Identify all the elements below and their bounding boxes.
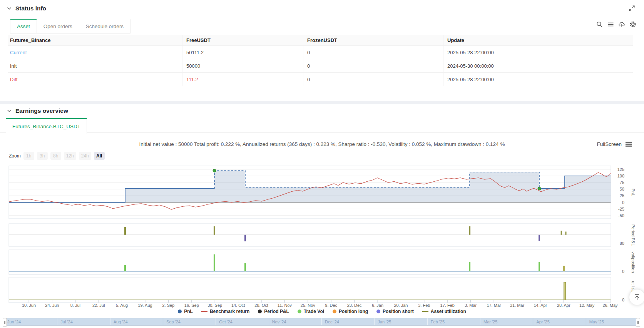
- circle-marker: [258, 310, 262, 313]
- gear-icon[interactable]: [629, 21, 636, 28]
- legend-label: Position short: [383, 309, 414, 314]
- cell-frozen-usdt: 0: [303, 59, 443, 72]
- zoom-label: Zoom: [9, 153, 21, 159]
- svg-text:31. Mar: 31. Mar: [510, 303, 525, 308]
- cell-update: 2024-05-30 00:00:00: [443, 59, 633, 72]
- circle-marker: [298, 310, 301, 313]
- tab-asset[interactable]: Asset: [10, 19, 37, 33]
- svg-text:5. Aug: 5. Aug: [116, 303, 128, 308]
- svg-text:-25: -25: [618, 207, 624, 211]
- search-icon[interactable]: [596, 21, 603, 28]
- legend-item-period-p-l[interactable]: Period P&L: [258, 309, 289, 314]
- chart-menu-icon[interactable]: [625, 141, 632, 147]
- legend-item-asset-utilization[interactable]: Asset utilization: [422, 309, 466, 314]
- section-divider: [0, 101, 644, 104]
- legend-item-pnl[interactable]: PnL: [178, 309, 193, 314]
- svg-text:0: 0: [622, 200, 624, 205]
- svg-text:30. Sep: 30. Sep: [207, 303, 222, 308]
- table-header-cell: Update: [443, 35, 633, 45]
- table-header-cell: Futures_Binance: [8, 35, 182, 45]
- svg-text:125: 125: [617, 167, 624, 172]
- chevron-down-icon[interactable]: [7, 109, 12, 112]
- navigator-left-handle[interactable]: [3, 318, 7, 326]
- svg-text:20. Jan: 20. Jan: [394, 303, 408, 308]
- svg-text:PnL: PnL: [631, 189, 636, 196]
- earnings-header: Earnings overview: [7, 107, 68, 114]
- tab-open-orders[interactable]: Open orders: [37, 19, 79, 33]
- zoom-button-1h[interactable]: 1h: [23, 152, 34, 160]
- zoom-button-all[interactable]: All: [94, 152, 105, 160]
- status-table: Futures_BinanceFreeUSDTFrozenUSDTUpdate …: [8, 35, 633, 86]
- navigator-right-handle[interactable]: [636, 318, 640, 326]
- cell-free-usdt: 50111.2: [182, 46, 303, 59]
- table-header-cell: FreeUSDT: [182, 35, 303, 45]
- cell-frozen-usdt: 0: [303, 46, 443, 59]
- status-tabs: AssetOpen ordersSchedule orders: [10, 19, 130, 33]
- svg-text:-80: -80: [618, 241, 624, 246]
- zoom-button-8h[interactable]: 8h: [50, 152, 61, 160]
- svg-text:17. Mar: 17. Mar: [487, 303, 501, 308]
- circle-marker: [333, 310, 336, 313]
- line-marker: [201, 311, 207, 312]
- chart-navigator[interactable]: Jun '24Jul '24Aug '24Sep '24Oct '24Nov '…: [4, 318, 639, 326]
- svg-text:23. Dec: 23. Dec: [347, 303, 362, 308]
- svg-text:6. Jan: 6. Jan: [372, 303, 383, 308]
- legend-label: Asset utilization: [431, 309, 466, 314]
- chevron-down-icon[interactable]: [7, 7, 12, 10]
- row-label: Diff: [8, 73, 182, 86]
- cell-free-usdt: 111.2: [182, 73, 303, 86]
- row-label: Init: [8, 59, 182, 72]
- table-row: Diff111.202025-05-28 22:00:00: [8, 73, 633, 86]
- cell-frozen-usdt: 0: [303, 73, 443, 86]
- svg-text:24. Jun: 24. Jun: [45, 303, 59, 308]
- row-link-current[interactable]: Current: [8, 46, 182, 59]
- earnings-summary: Initial net value : 50000 Total profit: …: [0, 141, 644, 147]
- zoom-button-12h[interactable]: 12h: [64, 152, 76, 160]
- svg-text:0: 0: [622, 269, 624, 274]
- tabline: [0, 132, 644, 133]
- svg-text:26. May: 26. May: [602, 303, 618, 308]
- navigator-month-label: May '25: [586, 318, 639, 325]
- navigator-month-label: Sep '24: [163, 318, 216, 325]
- svg-text:-50: -50: [618, 213, 624, 218]
- svg-text:9. Dec: 9. Dec: [325, 303, 337, 308]
- tab-schedule-orders[interactable]: Schedule orders: [79, 19, 130, 33]
- line-marker: [422, 311, 428, 312]
- expand-icon[interactable]: [628, 5, 635, 12]
- navigator-month-label: Jun '24: [4, 318, 57, 325]
- section-title-earnings: Earnings overview: [15, 107, 68, 114]
- fullscreen-button[interactable]: FullScreen: [597, 141, 622, 147]
- navigator-month-label: Mar '25: [480, 318, 533, 325]
- legend-item-position-short[interactable]: Position short: [376, 309, 414, 314]
- status-info-card: Status info AssetOpen ordersSchedule ord…: [0, 0, 644, 101]
- legend-item-position-long[interactable]: Position long: [333, 309, 368, 314]
- svg-text:12. May: 12. May: [579, 303, 595, 308]
- legend-label: Trade Vol: [304, 309, 324, 314]
- svg-text:25. Nov: 25. Nov: [301, 303, 315, 308]
- svg-text:2. Sep: 2. Sep: [162, 303, 175, 308]
- scroll-to-top-button[interactable]: [629, 290, 644, 305]
- tab-futures-binance-btc-usdt[interactable]: Futures_Binance.BTC_USDT: [6, 118, 87, 134]
- zoom-button-3h[interactable]: 3h: [37, 152, 48, 160]
- zoom-button-24h[interactable]: 24h: [79, 152, 91, 160]
- legend-item-trade-vol[interactable]: Trade Vol: [298, 309, 324, 314]
- circle-marker: [376, 310, 380, 313]
- earnings-chart[interactable]: 1251007550250-25-50PnL-80Period P&L0vol/…: [0, 164, 644, 309]
- navigator-month-label: Aug '24: [110, 318, 163, 325]
- navigator-month-label: Nov '24: [269, 318, 321, 325]
- menu-icon[interactable]: [607, 21, 614, 28]
- svg-text:3. Mar: 3. Mar: [465, 303, 477, 308]
- navigator-month-label: Dec '24: [321, 318, 374, 325]
- legend-label: Position long: [339, 309, 368, 314]
- svg-text:17. Feb: 17. Feb: [440, 303, 455, 308]
- cell-update: 2025-05-28 22:00:00: [443, 46, 633, 59]
- cloud-download-icon[interactable]: [618, 21, 625, 28]
- svg-text:28. Apr: 28. Apr: [557, 303, 570, 308]
- legend-item-benchmark-return[interactable]: Benchmark return: [201, 309, 249, 314]
- table-row: Init5000002024-05-30 00:00:00: [8, 59, 633, 73]
- svg-text:3. Feb: 3. Feb: [418, 303, 430, 308]
- svg-text:19. Aug: 19. Aug: [138, 303, 152, 308]
- svg-text:100: 100: [617, 174, 624, 178]
- navigator-month-label: Apr '25: [533, 318, 585, 325]
- legend-label: Benchmark return: [210, 309, 249, 314]
